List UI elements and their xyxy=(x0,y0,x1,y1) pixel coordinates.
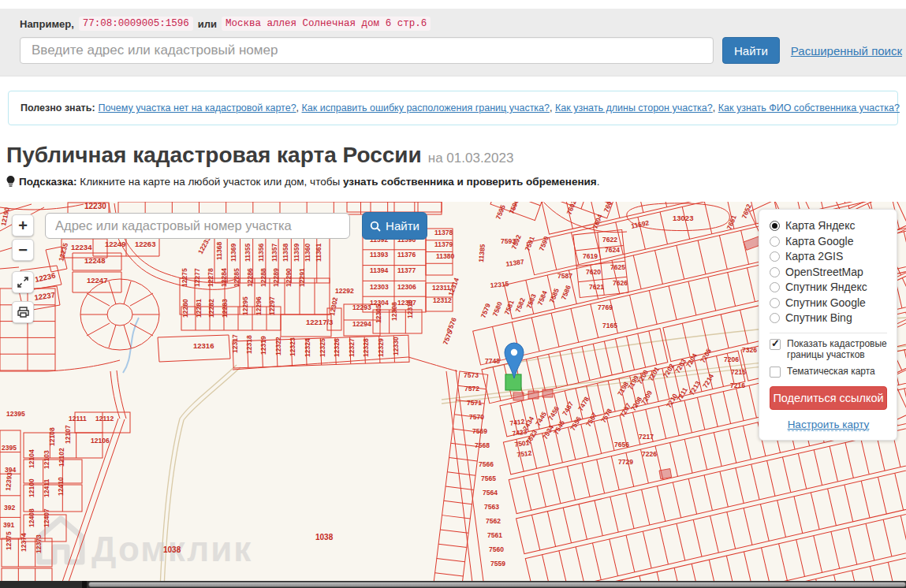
map-settings-link[interactable]: Настроить карту xyxy=(770,419,887,430)
svg-text:12410: 12410 xyxy=(57,477,65,496)
layer-option-7[interactable]: Спутник Bing xyxy=(770,311,887,326)
svg-text:12319: 12319 xyxy=(259,336,267,355)
overlay-option-2[interactable]: Тематическая карта xyxy=(770,366,887,378)
svg-text:12284: 12284 xyxy=(220,268,228,287)
svg-text:12230: 12230 xyxy=(84,202,106,210)
svg-text:7729: 7729 xyxy=(618,458,633,466)
svg-text:12275: 12275 xyxy=(181,268,188,287)
svg-text:12291: 12291 xyxy=(298,268,306,287)
svg-text:7566: 7566 xyxy=(479,460,494,468)
svg-text:12288: 12288 xyxy=(259,268,267,287)
svg-text:12324: 12324 xyxy=(304,338,311,357)
svg-text:12316: 12316 xyxy=(193,341,214,350)
svg-text:13023: 13023 xyxy=(673,214,693,222)
layer-option-3[interactable]: Карта 2GIS xyxy=(770,249,887,265)
svg-text:7748: 7748 xyxy=(485,357,500,365)
radio-icon[interactable] xyxy=(770,251,780,262)
svg-text:7216: 7216 xyxy=(730,381,745,389)
map-search-button[interactable]: Найти xyxy=(362,212,427,240)
svg-text:12411: 12411 xyxy=(43,479,50,497)
panel-divider xyxy=(770,333,887,333)
svg-text:11378: 11378 xyxy=(434,229,453,236)
svg-text:12295: 12295 xyxy=(241,296,249,315)
radio-icon[interactable] xyxy=(770,221,780,231)
layer-option-6[interactable]: Спутник Google xyxy=(770,296,887,311)
svg-text:12292: 12292 xyxy=(335,287,354,295)
svg-text:7165: 7165 xyxy=(602,322,617,329)
radio-icon[interactable] xyxy=(770,267,780,277)
layer-option-1[interactable]: Карта Яндекс xyxy=(770,218,887,234)
help-link-4[interactable]: Как узнать ФИО собственника участка? xyxy=(718,102,900,114)
checkbox-icon[interactable] xyxy=(770,339,781,350)
svg-text:7571: 7571 xyxy=(467,399,482,407)
overlay-option-1[interactable]: Показать кадастровые границы участков xyxy=(770,338,887,361)
scrollbar-notch xyxy=(82,581,87,588)
main-search-input[interactable] xyxy=(20,37,714,64)
zoom-out-button[interactable]: − xyxy=(12,239,34,261)
svg-text:11360: 11360 xyxy=(304,244,311,262)
svg-text:12107: 12107 xyxy=(64,425,72,444)
search-examples: Например, 77:08:0009005:1596 или Москва … xyxy=(20,15,906,32)
help-bar-label: Полезно знать: xyxy=(21,102,95,114)
svg-text:12408: 12408 xyxy=(28,508,35,527)
help-link-3[interactable]: Как узнать длины сторон участка? xyxy=(555,102,713,114)
map-search-input[interactable] xyxy=(45,213,350,239)
svg-text:7620: 7620 xyxy=(586,268,601,276)
svg-text:12104: 12104 xyxy=(28,449,35,468)
svg-text:12282: 12282 xyxy=(207,299,215,318)
svg-text:11393: 11393 xyxy=(370,251,388,259)
svg-text:7622: 7622 xyxy=(602,236,617,244)
map-date: на 01.03.2023 xyxy=(428,151,514,166)
print-button[interactable] xyxy=(12,301,34,323)
search-header: Например, 77:08:0009005:1596 или Москва … xyxy=(0,9,906,76)
or-label: или xyxy=(198,18,217,30)
svg-text:12106: 12106 xyxy=(91,437,110,445)
hint-row: Подсказка: Кликните на карте на любой уч… xyxy=(6,176,906,188)
radio-icon[interactable] xyxy=(770,236,780,247)
radio-icon[interactable] xyxy=(770,282,780,292)
svg-text:12305: 12305 xyxy=(375,304,382,323)
main-search-button[interactable]: Найти xyxy=(722,37,780,64)
svg-text:12286: 12286 xyxy=(246,268,254,287)
svg-text:11359: 11359 xyxy=(293,244,300,262)
svg-text:12328: 12328 xyxy=(362,338,370,357)
layer-option-4[interactable]: OpenStreetMap xyxy=(770,265,887,281)
horizontal-scrollbar[interactable] xyxy=(0,581,906,588)
svg-text:12327: 12327 xyxy=(348,338,356,357)
svg-text:12112: 12112 xyxy=(95,415,114,422)
layer-option-5[interactable]: Спутник Яндекс xyxy=(770,280,887,296)
plus-icon: + xyxy=(18,217,28,235)
svg-text:11379: 11379 xyxy=(434,240,453,248)
svg-text:12283: 12283 xyxy=(221,299,229,318)
cadastral-map[interactable]: Домклик122301219012234122491226312233122… xyxy=(0,202,906,588)
example-cadastral-number: 77:08:0009005:1596 xyxy=(79,17,193,31)
help-link-2[interactable]: Как исправить ошибку расположения границ… xyxy=(302,102,550,114)
svg-text:12290: 12290 xyxy=(285,268,293,287)
radio-icon[interactable] xyxy=(770,298,780,308)
layer-option-2[interactable]: Карта Google xyxy=(770,234,887,250)
svg-text:12310: 12310 xyxy=(406,300,414,318)
page-title: Публичная кадастровая карта России xyxy=(6,143,422,168)
svg-text:11380: 11380 xyxy=(436,252,454,260)
svg-text:7570: 7570 xyxy=(469,413,484,421)
svg-text:12322: 12322 xyxy=(274,337,282,355)
advanced-search-link[interactable]: Расширенный поиск xyxy=(791,44,902,58)
radio-icon[interactable] xyxy=(770,313,780,323)
svg-text:12306: 12306 xyxy=(397,283,416,291)
svg-text:12325: 12325 xyxy=(319,338,326,357)
svg-text:11356: 11356 xyxy=(257,244,265,262)
scrollbar-thumb[interactable] xyxy=(88,582,906,587)
svg-text:1038: 1038 xyxy=(163,545,181,554)
share-link-button[interactable]: Поделиться ссылкой xyxy=(770,386,887,410)
svg-text:12294: 12294 xyxy=(352,320,371,328)
help-link-1[interactable]: Почему участка нет на кадастровой карте? xyxy=(99,102,296,114)
svg-text:12373: 12373 xyxy=(35,534,43,553)
zoom-in-button[interactable]: + xyxy=(12,214,34,236)
checkbox-icon[interactable] xyxy=(770,367,781,378)
svg-text:12330: 12330 xyxy=(392,337,400,355)
example-label: Например, xyxy=(20,18,74,30)
svg-text:2395: 2395 xyxy=(2,444,17,452)
fullscreen-button[interactable] xyxy=(12,271,34,293)
svg-text:12102: 12102 xyxy=(58,448,65,467)
svg-text:12393: 12393 xyxy=(4,471,13,491)
